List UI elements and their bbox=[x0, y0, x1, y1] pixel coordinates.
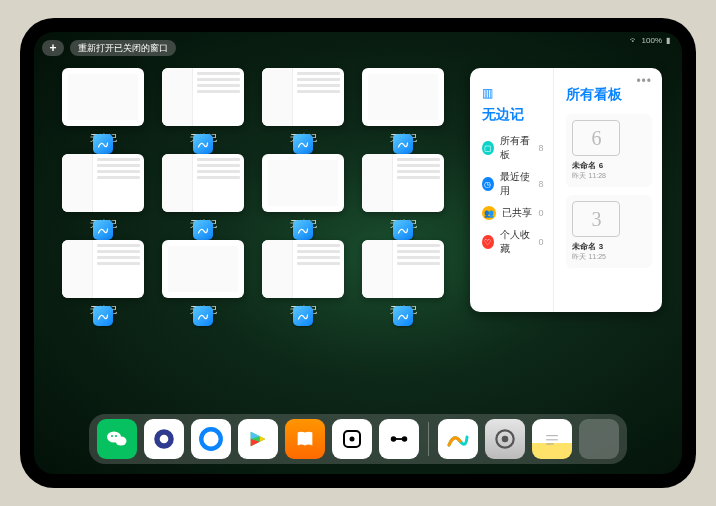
freeform-app-icon bbox=[393, 134, 413, 154]
sidebar-item-icon: ♡ bbox=[482, 235, 494, 249]
window-thumb[interactable]: 无边记 bbox=[362, 240, 444, 322]
dock-xmind-icon[interactable] bbox=[379, 419, 419, 459]
dock-notes-icon[interactable] bbox=[532, 419, 572, 459]
dock-qqbrowser-icon[interactable] bbox=[191, 419, 231, 459]
freeform-app-icon bbox=[193, 134, 213, 154]
svg-point-2 bbox=[111, 435, 113, 437]
freeform-app-icon bbox=[293, 220, 313, 240]
board-title: 未命名 6 bbox=[572, 160, 646, 171]
sidebar-item-icon: 👥 bbox=[482, 206, 496, 220]
status-bar: ᯤ 100% ▮ bbox=[630, 36, 670, 45]
svg-point-12 bbox=[502, 436, 509, 443]
window-thumb[interactable]: 无边记 bbox=[62, 240, 144, 322]
freeform-app-icon bbox=[293, 306, 313, 326]
window-thumb[interactable]: 无边记 bbox=[162, 68, 244, 150]
board-list-title: 所有看板 bbox=[566, 86, 652, 104]
svg-point-8 bbox=[350, 437, 355, 442]
window-thumb[interactable]: 无边记 bbox=[262, 154, 344, 236]
sidebar-item-label: 个人收藏 bbox=[500, 228, 533, 256]
freeform-app-icon bbox=[93, 220, 113, 240]
sidebar: ▥ 无边记 ▢所有看板8◷最近使用8👥已共享0♡个人收藏0 bbox=[470, 68, 554, 312]
freeform-app-icon bbox=[193, 306, 213, 326]
dock-freeform-icon[interactable] bbox=[438, 419, 478, 459]
battery-icon: ▮ bbox=[666, 36, 670, 45]
board-subtitle: 昨天 11:25 bbox=[572, 252, 646, 262]
freeform-app-icon bbox=[393, 306, 413, 326]
sidebar-item-count: 0 bbox=[538, 208, 543, 218]
sidebar-item-count: 0 bbox=[538, 237, 543, 247]
window-menu-icon[interactable]: ••• bbox=[636, 74, 652, 88]
freeform-app-icon bbox=[93, 306, 113, 326]
dock-dice-icon[interactable] bbox=[332, 419, 372, 459]
window-thumb[interactable]: 无边记 bbox=[162, 240, 244, 322]
board-list-pane: 所有看板 6未命名 6昨天 11:283未命名 3昨天 11:25 bbox=[554, 68, 662, 312]
board-card[interactable]: 3未命名 3昨天 11:25 bbox=[566, 195, 652, 268]
window-grid: 无边记无边记无边记无边记无边记无边记无边记无边记无边记无边记无边记无边记 bbox=[62, 68, 444, 404]
svg-point-1 bbox=[116, 437, 127, 446]
sidebar-title: 无边记 bbox=[482, 106, 543, 124]
svg-point-3 bbox=[115, 435, 117, 437]
board-card[interactable]: 6未命名 6昨天 11:28 bbox=[566, 114, 652, 187]
sidebar-item-icon: ◷ bbox=[482, 177, 494, 191]
new-window-button[interactable]: + bbox=[42, 40, 64, 56]
dock bbox=[89, 414, 627, 464]
board-sketch: 6 bbox=[572, 120, 620, 156]
svg-point-6 bbox=[201, 429, 221, 449]
sidebar-item-count: 8 bbox=[538, 143, 543, 153]
reopen-closed-window-button[interactable]: 重新打开已关闭的窗口 bbox=[70, 40, 176, 56]
window-thumb[interactable]: 无边记 bbox=[262, 68, 344, 150]
sidebar-item[interactable]: ♡个人收藏0 bbox=[482, 228, 543, 256]
window-thumb[interactable]: 无边记 bbox=[362, 154, 444, 236]
wifi-icon: ᯤ bbox=[630, 36, 638, 45]
board-sketch: 3 bbox=[572, 201, 620, 237]
sidebar-item[interactable]: ▢所有看板8 bbox=[482, 134, 543, 162]
freeform-app-icon bbox=[393, 220, 413, 240]
window-thumb[interactable]: 无边记 bbox=[62, 154, 144, 236]
freeform-app-icon bbox=[93, 134, 113, 154]
freeform-main-window[interactable]: ••• ▥ 无边记 ▢所有看板8◷最近使用8👥已共享0♡个人收藏0 所有看板 6… bbox=[470, 68, 662, 312]
ipad-frame: ᯤ 100% ▮ + 重新打开已关闭的窗口 无边记无边记无边记无边记无边记无边记… bbox=[20, 18, 696, 488]
dock-play-icon[interactable] bbox=[238, 419, 278, 459]
freeform-app-icon bbox=[293, 134, 313, 154]
window-thumb[interactable]: 无边记 bbox=[62, 68, 144, 150]
sidebar-item-icon: ▢ bbox=[482, 141, 494, 155]
sidebar-item-count: 8 bbox=[538, 179, 543, 189]
dock-wechat-icon[interactable] bbox=[97, 419, 137, 459]
screen: ᯤ 100% ▮ + 重新打开已关闭的窗口 无边记无边记无边记无边记无边记无边记… bbox=[34, 32, 682, 474]
window-thumb[interactable]: 无边记 bbox=[262, 240, 344, 322]
board-subtitle: 昨天 11:28 bbox=[572, 171, 646, 181]
sidebar-item[interactable]: ◷最近使用8 bbox=[482, 170, 543, 198]
dock-settings-icon[interactable] bbox=[485, 419, 525, 459]
svg-point-5 bbox=[160, 435, 169, 444]
dock-books-icon[interactable] bbox=[285, 419, 325, 459]
dock-app-library-icon[interactable] bbox=[579, 419, 619, 459]
sidebar-item-label: 所有看板 bbox=[500, 134, 533, 162]
sidebar-item-label: 已共享 bbox=[502, 206, 532, 220]
window-thumb[interactable]: 无边记 bbox=[162, 154, 244, 236]
window-thumb[interactable]: 无边记 bbox=[362, 68, 444, 150]
sidebar-item[interactable]: 👥已共享0 bbox=[482, 206, 543, 220]
dock-separator bbox=[428, 422, 429, 456]
top-controls: + 重新打开已关闭的窗口 bbox=[42, 40, 176, 56]
board-title: 未命名 3 bbox=[572, 241, 646, 252]
sidebar-toggle-icon[interactable]: ▥ bbox=[482, 86, 543, 100]
freeform-app-icon bbox=[193, 220, 213, 240]
app-expose: 无边记无边记无边记无边记无边记无边记无边记无边记无边记无边记无边记无边记 •••… bbox=[62, 68, 662, 404]
battery-label: 100% bbox=[642, 36, 662, 45]
sidebar-item-label: 最近使用 bbox=[500, 170, 533, 198]
dock-uc-icon[interactable] bbox=[144, 419, 184, 459]
